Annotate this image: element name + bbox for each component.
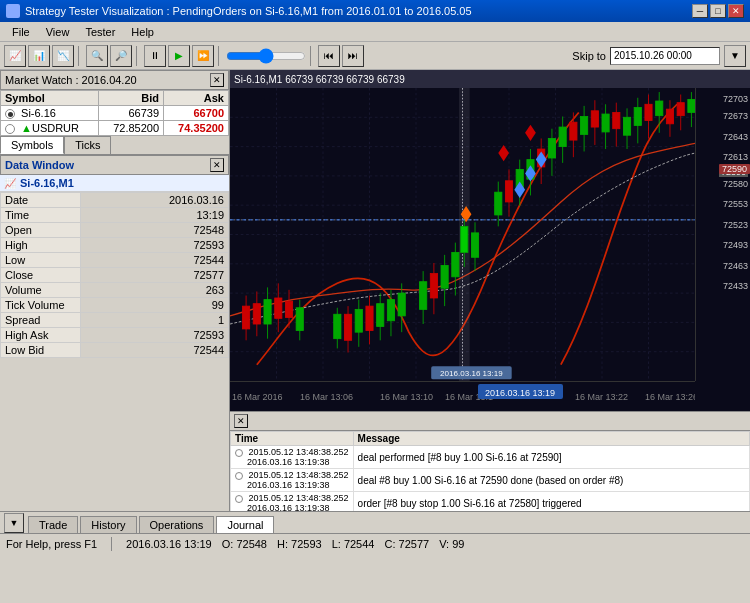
mw-si-ask: 66700: [164, 106, 229, 121]
log-close-btn[interactable]: ✕: [234, 414, 248, 428]
price-label-72580: 72580: [723, 179, 748, 189]
speed-slider[interactable]: [226, 48, 306, 64]
mw-row-usdrur[interactable]: ▲USDRUR 72.85200 74.35200: [1, 121, 229, 136]
data-field-label: Tick Volume: [1, 298, 81, 313]
svg-rect-54: [452, 252, 459, 276]
status-high: H: 72593: [277, 538, 322, 550]
svg-rect-71: [548, 138, 555, 158]
toolbar-zoom-out-btn[interactable]: 🔎: [110, 45, 132, 67]
price-label-72493: 72493: [723, 240, 748, 250]
status-volume: V: 99: [439, 538, 464, 550]
toolbar-zoom-in-btn[interactable]: 🔍: [86, 45, 108, 67]
tab-ticks[interactable]: Ticks: [64, 136, 111, 154]
svg-rect-28: [275, 298, 282, 318]
mw-si-bid: 66739: [99, 106, 164, 121]
data-field-value: 99: [81, 298, 229, 313]
svg-rect-79: [591, 111, 598, 127]
market-watch-header: Market Watch : 2016.04.20 ✕: [0, 70, 229, 90]
mw-usdrur-bid: 72.85200: [99, 121, 164, 136]
toolbar-indicators-btn[interactable]: 📊: [28, 45, 50, 67]
price-label-72463: 72463: [723, 261, 748, 271]
data-field-value: 72544: [81, 343, 229, 358]
chart-header-text: Si-6.16,M1 66739 66739 66739 66739: [234, 74, 405, 85]
svg-rect-87: [634, 108, 641, 126]
main-content: Market Watch : 2016.04.20 ✕ Symbol Bid A…: [0, 70, 750, 511]
toolbar-prev-btn[interactable]: ⏮: [318, 45, 340, 67]
mw-usdrur-symbol: ▲USDRUR: [1, 121, 99, 136]
svg-rect-91: [656, 101, 663, 116]
data-field-label: Low Bid: [1, 343, 81, 358]
svg-text:16 Mar 2016: 16 Mar 2016: [232, 392, 283, 402]
data-window-close[interactable]: ✕: [210, 158, 224, 172]
left-panel: Market Watch : 2016.04.20 ✕ Symbol Bid A…: [0, 70, 230, 511]
data-field-value: 72577: [81, 268, 229, 283]
log-table-row: 2015.05.12 13:48:38.252 2016.03.16 13:19…: [231, 446, 750, 469]
title-text: Strategy Tester Visualization : PendingO…: [25, 5, 472, 17]
toolbar-line-btn[interactable]: 📉: [52, 45, 74, 67]
status-help: For Help, press F1: [6, 538, 97, 550]
data-field-label: Spread: [1, 313, 81, 328]
svg-rect-30: [285, 301, 292, 317]
bottom-tabs: ▼ Trade History Operations Journal: [0, 511, 750, 533]
mw-si-radio: [5, 109, 15, 119]
tab-journal[interactable]: Journal: [216, 516, 274, 533]
mw-col-symbol: Symbol: [1, 91, 99, 106]
status-low: L: 72544: [332, 538, 375, 550]
toolbar-fast-btn[interactable]: ⏩: [192, 45, 214, 67]
toolbar-chart-btn[interactable]: 📈: [4, 45, 26, 67]
tab-trade[interactable]: Trade: [28, 516, 78, 533]
log-table-row: 2015.05.12 13:48:38.252 2016.03.16 13:19…: [231, 469, 750, 492]
data-table-row: Date2016.03.16: [1, 193, 229, 208]
data-field-label: Close: [1, 268, 81, 283]
toolbar-play-btn[interactable]: ▶: [168, 45, 190, 67]
toolbar-next-btn[interactable]: ⏭: [342, 45, 364, 67]
log-scroll[interactable]: Time Message 2015.05.12 13:48:38.252 201…: [230, 431, 750, 511]
price-label-72523: 72523: [723, 220, 748, 230]
skip-to-btn[interactable]: ▼: [724, 45, 746, 67]
tab-history[interactable]: History: [80, 516, 136, 533]
data-table-row: High72593: [1, 238, 229, 253]
svg-rect-95: [677, 103, 684, 116]
data-field-label: High Ask: [1, 328, 81, 343]
svg-rect-52: [441, 265, 448, 288]
status-datetime: 2016.03.16 13:19: [126, 538, 212, 550]
mw-col-ask: Ask: [164, 91, 229, 106]
menu-tester[interactable]: Tester: [77, 24, 123, 40]
menu-view[interactable]: View: [38, 24, 78, 40]
svg-rect-42: [377, 304, 384, 327]
svg-rect-24: [253, 304, 260, 324]
toolbar: 📈 📊 📉 🔍 🔎 ⏸ ▶ ⏩ ⏮ ⏭ Skip to ▼: [0, 42, 750, 70]
app-icon: [6, 4, 20, 18]
data-window-chart-icon: 📈: [4, 178, 16, 189]
data-table-row: Volume263: [1, 283, 229, 298]
market-watch-close[interactable]: ✕: [210, 73, 224, 87]
tab-symbols[interactable]: Symbols: [0, 136, 64, 154]
log-table-row: 2015.05.12 13:48:38.252 2016.03.16 13:19…: [231, 492, 750, 512]
tab-operations[interactable]: Operations: [139, 516, 215, 533]
log-area: ✕ Time Message 2015.05.12 13:48:38.252 2…: [230, 411, 750, 511]
mw-row-si[interactable]: Si-6.16 66739 66700: [1, 106, 229, 121]
minimize-button[interactable]: ─: [692, 4, 708, 18]
chart-container[interactable]: Si-6.16,M1 66739 66739 66739 66739: [230, 70, 750, 411]
svg-rect-75: [570, 122, 577, 140]
svg-rect-73: [559, 127, 566, 147]
menu-help[interactable]: Help: [123, 24, 162, 40]
toolbar-pause-btn[interactable]: ⏸: [144, 45, 166, 67]
data-table-row: Close72577: [1, 268, 229, 283]
data-field-value: 13:19: [81, 208, 229, 223]
data-table-row: Low Bid72544: [1, 343, 229, 358]
price-axis: 72703 72673 72643 72613 72590 72580 7255…: [695, 88, 750, 381]
window-controls: ─ □ ✕: [692, 4, 744, 18]
chart-svg: 2016.03.16 13:19: [230, 88, 695, 381]
menu-file[interactable]: File: [4, 24, 38, 40]
mw-usdrur-ask: 74.35200: [164, 121, 229, 136]
data-field-label: Open: [1, 223, 81, 238]
maximize-button[interactable]: □: [710, 4, 726, 18]
close-button[interactable]: ✕: [728, 4, 744, 18]
toolbox-btn[interactable]: ▼: [4, 513, 24, 533]
log-message-cell: deal performed [#8 buy 1.00 Si-6.16 at 7…: [353, 446, 749, 469]
svg-rect-85: [623, 117, 630, 135]
data-window-symbol-row: 📈 Si-6.16,M1: [0, 175, 229, 192]
status-open: O: 72548: [222, 538, 267, 550]
skip-to-input[interactable]: [610, 47, 720, 65]
